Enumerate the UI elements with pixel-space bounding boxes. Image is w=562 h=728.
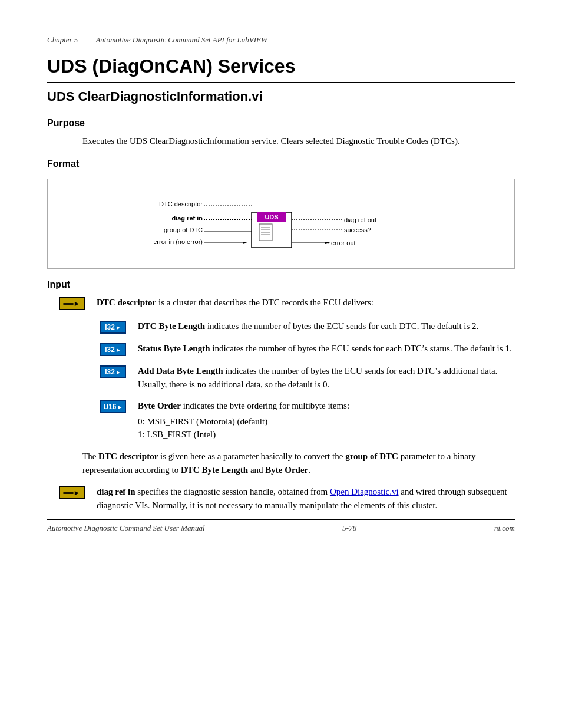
footer-right: ni.com (494, 523, 515, 533)
dtc-note-bold3: DTC Byte Length (181, 465, 248, 475)
status-byte-length-text: Status Byte Length indicates the number … (138, 342, 515, 355)
open-diagnostic-link[interactable]: Open Diagnostic.vi (330, 487, 399, 496)
chapter-label: Chapter 5 (47, 35, 78, 45)
input-row-status-byte-length: I32► Status Byte Length indicates the nu… (100, 342, 515, 356)
purpose-heading: Purpose (47, 118, 515, 129)
input-row-diag-ref-in: ══► diag ref in specifies the diagnostic… (59, 485, 515, 512)
diag-ref-in-bold: diag ref in (97, 487, 135, 496)
diag-ref-in-label: diag ref in (171, 215, 203, 222)
page-header: Chapter 5 Automotive Diagnostic Command … (47, 35, 515, 45)
vi-diagram: DTC descriptor diag ref in group of DTC … (154, 190, 408, 258)
group-of-dtc-label: group of DTC (164, 226, 203, 233)
u16-label: U16 (104, 403, 117, 411)
input-row-dtc-descriptor: ══► DTC descriptor is a cluster that des… (59, 296, 515, 310)
dtc-byte-length-text: DTC Byte Length indicates the number of … (138, 319, 515, 333)
dtc-descriptor-bold: DTC descriptor (97, 298, 156, 307)
page-footer: Automotive Diagnostic Command Set User M… (47, 519, 515, 533)
input-row-dtc-byte-length: I32► DTC Byte Length indicates the numbe… (100, 319, 515, 334)
dtc-descriptor-icon-label: ══► (64, 299, 81, 308)
dtc-byte-length-bold: DTC Byte Length (138, 321, 205, 331)
diag-ref-in-icon: ══► (59, 486, 85, 499)
input-row-add-data-byte-length: I32► Add Data Byte Length indicates the … (100, 364, 515, 391)
diag-ref-in-text: diag ref in specifies the diagnostic ses… (97, 485, 515, 512)
dtc-descriptor-label: DTC descriptor (159, 200, 203, 207)
error-in-label: error in (no error) (154, 238, 203, 245)
diag-ref-icon-label: ══► (64, 489, 81, 497)
purpose-text: Executes the UDS ClearDiagnosticInformat… (82, 134, 515, 148)
dtc-note-bold1: DTC descriptor (98, 452, 158, 461)
dtc-byte-length-icon: I32► (100, 321, 126, 334)
dtc-note-bold4: Byte Order (265, 465, 308, 475)
input-section: ══► DTC descriptor is a cluster that des… (47, 296, 515, 512)
byte-order-icon: U16► (100, 400, 126, 413)
byte-order-bold: Byte Order (138, 401, 181, 410)
status-byte-length-icon: I32► (100, 343, 126, 356)
error-in-arrow (243, 242, 247, 244)
byte-order-options: 0: MSB_FIRST (Motorola) (default) 1: LSB… (138, 415, 515, 442)
byte-order-text: Byte Order indicates the byte ordering f… (138, 399, 515, 442)
error-out-label-arrow (328, 242, 330, 244)
page: Chapter 5 Automotive Diagnostic Command … (0, 0, 562, 556)
input-heading: Input (47, 279, 515, 290)
footer-center: 5-78 (342, 523, 356, 533)
format-diagram-box: DTC descriptor diag ref in group of DTC … (47, 179, 515, 269)
byte-order-option-1: 1: LSB_FIRST (Intel) (138, 428, 515, 442)
add-data-byte-length-bold: Add Data Byte Length (138, 366, 223, 375)
success-label: success? (344, 226, 371, 233)
i32-label-1: I32 (105, 323, 115, 331)
diag-ref-out-label: diag ref out (344, 216, 376, 223)
dtc-note-bold2: group of DTC (345, 452, 398, 461)
i32-label-3: I32 (105, 368, 115, 376)
section-divider (47, 106, 515, 106)
dtc-descriptor-icon: ══► (59, 297, 85, 310)
section-title: UDS ClearDiagnosticInformation.vi (47, 89, 515, 104)
add-data-byte-length-icon: I32► (100, 365, 126, 378)
footer-left: Automotive Diagnostic Command Set User M… (47, 523, 205, 533)
dtc-descriptor-text: DTC descriptor is a cluster that describ… (97, 296, 515, 309)
page-title: UDS (DiagOnCAN) Services (47, 55, 515, 77)
input-row-byte-order: U16► Byte Order indicates the byte order… (100, 399, 515, 442)
chapter-desc: Automotive Diagnostic Command Set API fo… (95, 35, 267, 45)
add-data-byte-length-text: Add Data Byte Length indicates the numbe… (138, 364, 515, 391)
error-out-label: error out (331, 239, 356, 246)
title-divider (47, 82, 515, 83)
dtc-descriptor-note: The DTC descriptor is given here as a pa… (82, 450, 515, 477)
status-byte-length-bold: Status Byte Length (138, 344, 210, 353)
i32-label-2: I32 (105, 345, 115, 354)
uds-label: UDS (265, 213, 278, 220)
byte-order-option-0: 0: MSB_FIRST (Motorola) (default) (138, 415, 515, 429)
format-heading: Format (47, 159, 515, 169)
